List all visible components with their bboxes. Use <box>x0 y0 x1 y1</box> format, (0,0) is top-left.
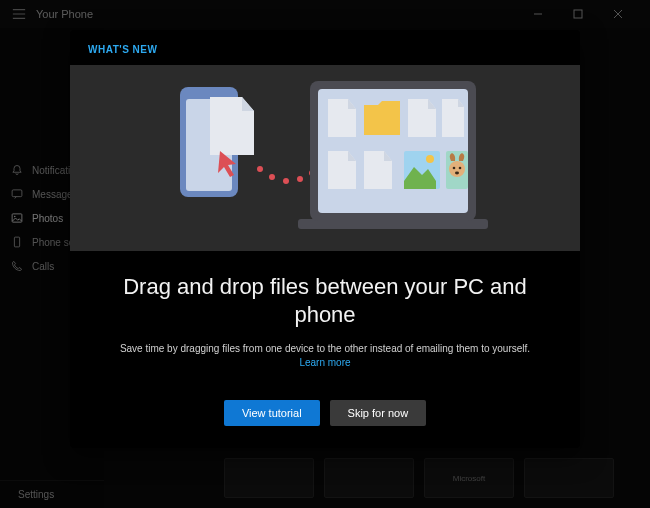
sidebar-item-label: Settings <box>18 489 54 500</box>
app-title: Your Phone <box>36 8 93 20</box>
modal-badge: WHAT'S NEW <box>70 30 580 65</box>
illustration <box>70 65 580 251</box>
background-tile <box>224 458 314 498</box>
hamburger-icon[interactable] <box>12 7 26 21</box>
svg-rect-0 <box>574 10 582 18</box>
svg-point-20 <box>453 167 456 170</box>
svg-point-17 <box>426 155 434 163</box>
modal-buttons: View tutorial Skip for now <box>70 394 580 448</box>
svg-point-10 <box>283 178 289 184</box>
titlebar: Your Phone <box>0 0 650 28</box>
phone-icon <box>10 260 24 272</box>
sidebar-item-label: Photos <box>32 213 63 224</box>
background-tile-microsoft: Microsoft <box>424 458 514 498</box>
view-tutorial-button[interactable]: View tutorial <box>224 400 320 426</box>
svg-point-8 <box>257 166 263 172</box>
phone-screen-icon <box>10 236 24 248</box>
close-button[interactable] <box>598 0 638 28</box>
skip-button[interactable]: Skip for now <box>330 400 427 426</box>
minimize-button[interactable] <box>518 0 558 28</box>
background-tile <box>524 458 614 498</box>
modal-overlay: WHAT'S NEW <box>0 0 650 508</box>
sidebar-item-settings[interactable]: Settings <box>0 480 104 508</box>
message-icon <box>10 188 24 200</box>
svg-point-3 <box>14 216 16 218</box>
maximize-button[interactable] <box>558 0 598 28</box>
svg-point-9 <box>269 174 275 180</box>
svg-rect-2 <box>12 214 22 222</box>
bell-icon <box>10 164 24 176</box>
svg-point-11 <box>297 176 303 182</box>
modal-description: Save time by dragging files from one dev… <box>106 342 544 370</box>
svg-point-22 <box>455 172 459 175</box>
whats-new-modal: WHAT'S NEW <box>70 30 580 448</box>
background-tile <box>324 458 414 498</box>
svg-point-21 <box>459 167 462 170</box>
svg-rect-4 <box>14 237 19 247</box>
svg-point-19 <box>449 161 465 177</box>
sidebar-item-label: Calls <box>32 261 54 272</box>
svg-rect-1 <box>12 190 22 197</box>
modal-title: Drag and drop files between your PC and … <box>106 273 544 328</box>
window-controls <box>518 0 638 28</box>
learn-more-link[interactable]: Learn more <box>299 357 350 368</box>
photo-icon <box>10 212 24 224</box>
